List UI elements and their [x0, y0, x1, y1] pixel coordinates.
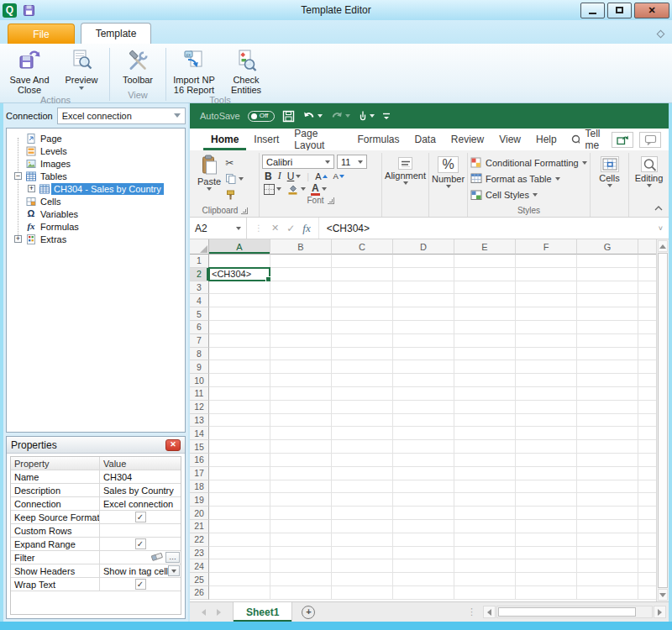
- grid-cell-f13[interactable]: [516, 414, 577, 428]
- grid-cell-a23[interactable]: [209, 547, 270, 560]
- grid-cell-e20[interactable]: [454, 507, 516, 520]
- grid-cell-a19[interactable]: [209, 493, 270, 507]
- grid-cell-f9[interactable]: [516, 360, 577, 374]
- row-header-10[interactable]: 10: [190, 374, 209, 387]
- grid-cell-f1[interactable]: [516, 255, 577, 268]
- grid-cell-g18[interactable]: [577, 480, 638, 494]
- name-box[interactable]: A2: [190, 218, 247, 239]
- toolbar-button[interactable]: Toolbar: [112, 45, 164, 85]
- grid-cell-a11[interactable]: [209, 387, 270, 401]
- excel-tab-formulas[interactable]: Formulas: [349, 129, 407, 150]
- touch-mode-button[interactable]: [358, 110, 375, 122]
- redo-button[interactable]: [330, 110, 350, 122]
- row-header-25[interactable]: 25: [190, 573, 209, 586]
- grid-cell-a8[interactable]: [209, 348, 270, 361]
- property-row-expand-range[interactable]: Expand Range✓: [11, 538, 181, 551]
- new-sheet-button[interactable]: +: [302, 606, 315, 619]
- grid-cell-g21[interactable]: [577, 520, 638, 533]
- grid-cell-g4[interactable]: [577, 294, 638, 307]
- grid-cell-e10[interactable]: [454, 374, 516, 387]
- copy-button[interactable]: [225, 173, 244, 185]
- excel-tab-page-layout[interactable]: Page Layout: [286, 129, 349, 150]
- grid-cell-d4[interactable]: [393, 294, 454, 307]
- grid-cell-e11[interactable]: [454, 387, 516, 401]
- grid-cell-a20[interactable]: [209, 507, 270, 520]
- sheet-bar-splitter[interactable]: ⋮: [467, 606, 476, 617]
- grid-cell-f18[interactable]: [516, 480, 577, 494]
- grid-cell-d20[interactable]: [393, 507, 454, 520]
- grid-cell-d16[interactable]: [393, 454, 454, 467]
- grid-cell-c16[interactable]: [332, 454, 393, 467]
- row-header-8[interactable]: 8: [190, 348, 209, 361]
- grid-cell-d5[interactable]: [393, 307, 454, 321]
- grid-cell-b18[interactable]: [270, 480, 332, 494]
- row-header-6[interactable]: 6: [190, 321, 209, 334]
- grid-cell-c9[interactable]: [332, 360, 393, 374]
- row-header-3[interactable]: 3: [190, 281, 209, 295]
- grid-cell-d11[interactable]: [393, 387, 454, 401]
- grid-cell-a21[interactable]: [209, 520, 270, 533]
- grid-cell-e17[interactable]: [454, 467, 516, 480]
- grid-cell-c22[interactable]: [332, 533, 393, 547]
- grid-cell-e18[interactable]: [454, 480, 516, 494]
- checkbox-checked[interactable]: ✓: [135, 512, 146, 522]
- italic-button[interactable]: I: [278, 170, 281, 182]
- grid-cell-e25[interactable]: [454, 573, 516, 586]
- tree-item-tables[interactable]: −Tables: [7, 170, 185, 182]
- grid-cell-e12[interactable]: [454, 401, 516, 414]
- grid-cell-b26[interactable]: [270, 586, 332, 600]
- grid-cell-c14[interactable]: [332, 427, 393, 440]
- grid-cell-e22[interactable]: [454, 533, 516, 547]
- row-header-15[interactable]: 15: [190, 440, 209, 454]
- row-header-12[interactable]: 12: [190, 401, 209, 414]
- grid-cell-g2[interactable]: [577, 268, 638, 281]
- show-headers-dropdown-button[interactable]: [168, 565, 180, 576]
- row-header-7[interactable]: 7: [190, 334, 209, 348]
- editing-button[interactable]: Editing: [632, 153, 666, 187]
- expand-formula-bar-icon[interactable]: ˅: [659, 218, 669, 239]
- cell-styles-button[interactable]: Cell Styles: [470, 189, 587, 202]
- grid-cell-g23[interactable]: [577, 547, 638, 560]
- tree-item-ch304-sales-by-country[interactable]: +CH304 - Sales by Country: [7, 182, 185, 195]
- grid-cell-a25[interactable]: [209, 573, 270, 586]
- grid-cell-a1[interactable]: [209, 255, 270, 268]
- conditional-formatting-button[interactable]: Conditional Formatting: [470, 156, 587, 169]
- grid-cell-g14[interactable]: [577, 427, 638, 440]
- grid-cell-f20[interactable]: [516, 507, 577, 520]
- grid-cell-a3[interactable]: [209, 281, 270, 295]
- column-header-d[interactable]: D: [393, 239, 454, 255]
- property-value[interactable]: [100, 524, 181, 537]
- grid-cell-g19[interactable]: [577, 493, 638, 507]
- grid-cell-d13[interactable]: [393, 414, 454, 428]
- grid-cell-g16[interactable]: [577, 454, 638, 467]
- autosave-toggle[interactable]: Off: [248, 111, 275, 122]
- grid-cell-f19[interactable]: [516, 493, 577, 507]
- import-np16-report-button[interactable]: cx Import NP 16 Report: [168, 45, 220, 95]
- grid-cell-c20[interactable]: [332, 507, 393, 520]
- property-value[interactable]: ✓: [100, 511, 181, 523]
- grid-cell-g10[interactable]: [577, 374, 638, 387]
- grid-cell-f7[interactable]: [516, 334, 577, 348]
- font-dialog-launcher-icon[interactable]: [328, 197, 334, 204]
- grid-cell-b19[interactable]: [270, 493, 332, 507]
- undo-button[interactable]: [302, 110, 323, 122]
- cut-button[interactable]: ✂: [225, 157, 234, 169]
- row-header-21[interactable]: 21: [190, 520, 209, 533]
- property-value[interactable]: …: [100, 551, 181, 564]
- row-header-14[interactable]: 14: [190, 427, 209, 440]
- row-header-24[interactable]: 24: [190, 559, 209, 573]
- grid-cell-a5[interactable]: [209, 307, 270, 321]
- grid-cell-b10[interactable]: [270, 374, 332, 387]
- grid-cell-c4[interactable]: [332, 294, 393, 307]
- excel-save-button[interactable]: [282, 110, 295, 123]
- property-value[interactable]: CH304: [100, 470, 181, 483]
- grid-cell-c2[interactable]: [332, 268, 393, 281]
- grid-cell-d18[interactable]: [393, 480, 454, 494]
- excel-tab-data[interactable]: Data: [407, 129, 443, 150]
- grid-cell-g8[interactable]: [577, 348, 638, 361]
- grid-cell-g24[interactable]: [577, 559, 638, 573]
- row-header-4[interactable]: 4: [190, 294, 209, 307]
- tree-item-images[interactable]: Images: [7, 157, 185, 170]
- grid-cell-d12[interactable]: [393, 401, 454, 414]
- grid-cell-g9[interactable]: [577, 360, 638, 374]
